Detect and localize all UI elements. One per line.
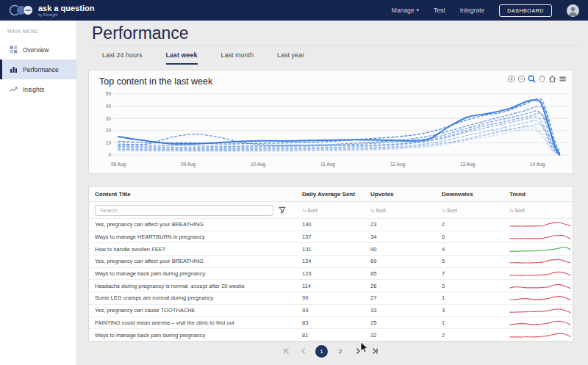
cell-downvotes: 5 xyxy=(436,258,503,264)
tab-last-month[interactable]: Last month xyxy=(221,51,254,65)
table-row[interactable]: Headache during pregnancy is normal ,exc… xyxy=(89,279,573,292)
svg-text:11 Aug: 11 Aug xyxy=(320,162,335,167)
svg-text:10: 10 xyxy=(106,140,112,145)
table-row[interactable]: Ways to manage HEARTBURN in pregnancy 13… xyxy=(89,231,573,243)
cell-daily-average-sent: 99 xyxy=(296,294,365,301)
cell-content-title: Ways to manage back pain during pregnanc… xyxy=(89,332,296,339)
sort-button-daily-average-sent[interactable]: ↑↓ Sort xyxy=(296,207,365,214)
svg-text:08 Aug: 08 Aug xyxy=(111,162,126,167)
sort-button-upvotes[interactable]: ↑↓ Sort xyxy=(365,207,436,214)
svg-text:0: 0 xyxy=(108,152,111,157)
previous-page-button[interactable] xyxy=(298,346,309,356)
pagination: 1 2 xyxy=(88,341,573,361)
cell-upvotes: 69 xyxy=(365,258,436,264)
user-avatar[interactable] xyxy=(567,4,579,17)
sidebar-item-insights[interactable]: Insights xyxy=(0,79,76,99)
last-page-button[interactable] xyxy=(370,346,380,356)
trend-sparkline xyxy=(509,269,571,278)
cell-downvotes: 0 xyxy=(436,234,503,240)
content-table: Content Title Daily Average Sent Upvotes… xyxy=(88,186,573,341)
column-header-content-title: Content Title xyxy=(89,191,296,198)
cell-upvotes: 33 xyxy=(365,307,436,314)
main-content: Performance Last 24 hours Last week Last… xyxy=(77,21,588,365)
sort-button-downvotes[interactable]: ↑↓ Sort xyxy=(436,207,503,214)
zoom-tool-icon[interactable] xyxy=(528,75,536,83)
table-body: Yes, pregnancy can affect your BREATHING… xyxy=(89,218,573,341)
svg-text:30: 30 xyxy=(106,116,112,121)
chart-card: Top content in the last week xyxy=(88,70,573,174)
svg-text:14 Aug: 14 Aug xyxy=(530,162,545,167)
search-input[interactable] xyxy=(95,205,273,216)
cell-downvotes: 7 xyxy=(436,270,503,277)
cell-content-title: FAINTING could mean anemia – visit the c… xyxy=(89,319,296,326)
cell-daily-average-sent: 114 xyxy=(296,283,365,289)
chart-title: Top content in the last week xyxy=(99,76,212,87)
tab-last-week[interactable]: Last week xyxy=(166,51,198,65)
cell-downvotes: 2 xyxy=(436,221,503,228)
column-header-upvotes: Upvotes xyxy=(365,191,436,198)
table-row[interactable]: Yes, pregnancy can affect your BREATHING… xyxy=(89,255,573,267)
cell-daily-average-sent: 81 xyxy=(296,332,365,339)
column-header-downvotes: Downvotes xyxy=(436,191,503,198)
sort-button-trend[interactable]: ↑↓ Sort xyxy=(503,207,573,214)
time-range-tabs: Last 24 hours Last week Last month Last … xyxy=(92,45,579,65)
table-row[interactable]: FAINTING could mean anemia – visit the c… xyxy=(89,317,573,329)
table-row[interactable]: Ways to manage back pain during pregnanc… xyxy=(89,267,573,280)
column-header-trend: Trend xyxy=(503,191,573,198)
trend-sparkline xyxy=(509,281,571,291)
page-title: Performance xyxy=(92,24,189,43)
menu-icon[interactable] xyxy=(559,75,567,83)
zoom-in-icon[interactable] xyxy=(507,75,515,83)
next-page-button[interactable] xyxy=(353,346,363,356)
table-header-row: Content Title Daily Average Sent Upvotes… xyxy=(89,187,573,201)
cell-upvotes: 32 xyxy=(365,332,436,339)
sidebar-item-label: Insights xyxy=(23,86,44,93)
cell-daily-average-sent: 137 xyxy=(296,234,365,240)
table-row[interactable]: Yes, pregnancy can affect your BREATHING… xyxy=(89,218,573,231)
table-filter-row: ↑↓ Sort ↑↓ Sort ↑↓ Sort ↑↓ Sort xyxy=(89,201,573,218)
nav-item-test[interactable]: Test xyxy=(434,7,445,14)
sidebar-item-label: Performance xyxy=(23,66,59,73)
svg-text:40: 40 xyxy=(106,104,112,109)
chart-toolbar xyxy=(507,75,567,83)
nav-item-integrate[interactable]: Integrate xyxy=(460,7,485,14)
trending-line-icon xyxy=(10,85,18,93)
tab-last-year[interactable]: Last year xyxy=(277,51,304,65)
sort-arrows-icon: ↑↓ xyxy=(302,208,306,213)
zoom-out-icon[interactable] xyxy=(517,75,526,83)
filter-icon[interactable] xyxy=(278,206,287,214)
table-row[interactable]: Some LEG cramps are normal during pregna… xyxy=(89,292,573,304)
tab-last-24-hours[interactable]: Last 24 hours xyxy=(102,51,143,65)
trend-sparkline xyxy=(509,306,571,315)
sidebar-item-overview[interactable]: Overview xyxy=(0,40,76,59)
home-icon[interactable] xyxy=(548,75,556,83)
trend-sparkline xyxy=(509,220,571,229)
grid-icon xyxy=(10,46,18,54)
svg-text:12 Aug: 12 Aug xyxy=(390,162,406,167)
cell-daily-average-sent: 140 xyxy=(296,221,365,228)
trend-sparkline xyxy=(509,232,571,242)
dashboard-button[interactable]: DASHBOARD xyxy=(499,4,552,17)
page-button-2[interactable]: 2 xyxy=(334,348,346,355)
cell-downvotes: 1 xyxy=(436,319,503,326)
table-row[interactable]: Yes, pregnancy can cause TOOTHACHE 93 33… xyxy=(89,304,573,317)
sort-arrows-icon: ↑↓ xyxy=(370,208,374,213)
pan-icon[interactable] xyxy=(538,75,546,83)
table-row[interactable]: How to handle swollen FEET 131 90 4 xyxy=(89,242,573,255)
svg-text:20: 20 xyxy=(106,128,112,133)
sidebar-item-performance[interactable]: Performance xyxy=(0,59,76,79)
nav-item-manage[interactable]: Manage▾ xyxy=(392,7,419,14)
first-page-button[interactable] xyxy=(282,346,292,356)
cell-content-title: Yes, pregnancy can cause TOOTHACHE xyxy=(89,307,296,314)
page-button-1[interactable]: 1 xyxy=(315,345,328,358)
cell-daily-average-sent: 123 xyxy=(296,270,365,277)
line-chart[interactable]: 5040302010008 Aug09 Aug10 Aug11 Aug12 Au… xyxy=(92,90,571,172)
cell-content-title: Headache during pregnancy is normal ,exc… xyxy=(89,283,296,289)
cell-upvotes: 23 xyxy=(365,221,436,228)
app-logo: ask a question by IDinsight xyxy=(9,4,94,17)
cell-downvotes: 3 xyxy=(436,307,503,314)
table-row[interactable]: Ways to manage back pain during pregnanc… xyxy=(89,328,573,341)
sidebar-item-label: Overview xyxy=(23,46,49,54)
chevron-down-icon: ▾ xyxy=(417,7,420,13)
cell-downvotes: 4 xyxy=(436,246,503,253)
